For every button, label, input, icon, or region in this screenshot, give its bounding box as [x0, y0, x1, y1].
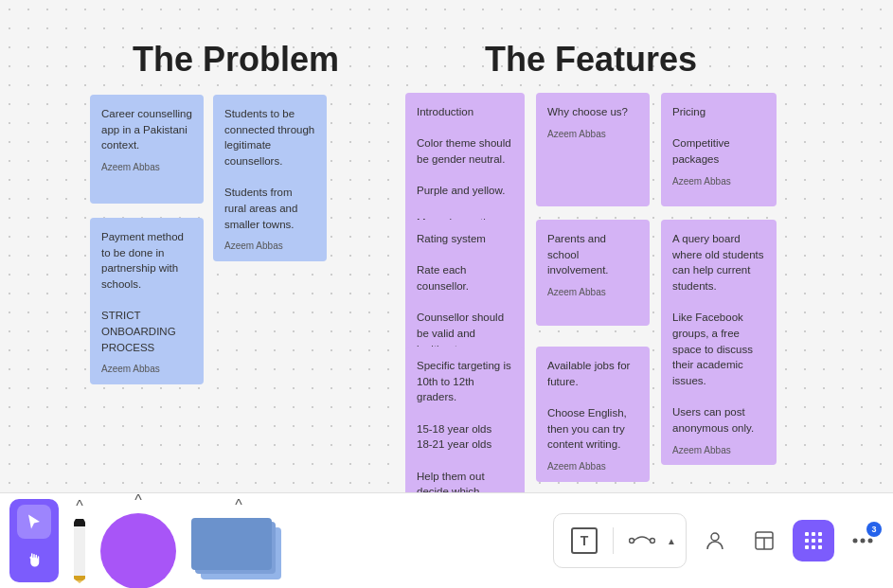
card-author: Azeem Abbas [547, 286, 638, 300]
pencil-shape [74, 519, 85, 583]
pencil-tool-group: ^ [74, 498, 85, 583]
canvas: The Problem The Features Career counsell… [0, 0, 893, 492]
svg-rect-6 [805, 532, 809, 536]
card-text: Why choose us? [547, 104, 638, 120]
separator [613, 527, 614, 554]
card-f3[interactable]: PricingCompetitive packages Azeem Abbas [661, 93, 777, 206]
card-author: Azeem Abbas [672, 444, 765, 458]
svg-rect-10 [812, 539, 815, 543]
card-author: Azeem Abbas [547, 460, 638, 474]
card-text: Available jobs for future.Choose English… [547, 358, 638, 453]
circle-chevron[interactable]: ^ [134, 492, 142, 509]
toolbar: ^ ^ ^ T ▲ [0, 492, 893, 588]
person-tool-btn[interactable] [694, 520, 736, 561]
card-text: A query board where old students can hel… [672, 231, 765, 437]
svg-rect-11 [818, 539, 822, 543]
tool-group-primary [9, 499, 59, 582]
svg-rect-13 [812, 545, 815, 549]
svg-rect-8 [818, 532, 822, 536]
connector-icon [629, 531, 655, 550]
card-author: Azeem Abbas [547, 128, 638, 142]
card-text: Career counselling app in a Pakistani co… [101, 106, 192, 153]
circle-tool-group: ^ [100, 492, 176, 588]
connector-chevron[interactable]: ▲ [667, 536, 676, 546]
section-title-features: The Features [485, 40, 697, 80]
connector-tool-btn[interactable] [621, 520, 663, 561]
more-tool-btn[interactable]: 3 [842, 520, 884, 561]
circle-shape [100, 513, 176, 588]
apps-icon [803, 530, 824, 551]
toolbar-right-group: T ▲ [553, 513, 884, 568]
text-tool-group: T ▲ [553, 513, 687, 568]
card-p1[interactable]: Career counselling app in a Pakistani co… [90, 95, 204, 204]
hand-tool[interactable] [17, 543, 51, 577]
card-f6[interactable]: A query board where old students can hel… [661, 220, 777, 465]
svg-point-17 [868, 539, 873, 543]
text-icon: T [571, 527, 598, 554]
svg-rect-7 [812, 532, 815, 536]
card-text: Payment method to be done in partnership… [101, 229, 192, 355]
arrow-tool[interactable] [17, 505, 51, 539]
layout-tool-btn[interactable] [743, 520, 785, 561]
text-tool-btn[interactable]: T [563, 520, 605, 561]
card-author: Azeem Abbas [672, 175, 765, 189]
card-text: Parents and school involvement. [547, 231, 638, 278]
rect-chevron[interactable]: ^ [235, 497, 242, 514]
section-title-problem: The Problem [133, 40, 339, 80]
card-text: PricingCompetitive packages [672, 104, 765, 168]
pencil-chevron[interactable]: ^ [76, 498, 83, 515]
rect-stack-shape [191, 518, 286, 584]
more-icon [852, 538, 873, 543]
svg-point-1 [651, 539, 655, 543]
card-f2[interactable]: Why choose us? Azeem Abbas [536, 93, 650, 206]
card-p2[interactable]: Students to be connected through legitim… [213, 95, 327, 261]
apps-tool-btn[interactable] [793, 520, 834, 561]
svg-point-2 [711, 533, 719, 541]
card-f8[interactable]: Available jobs for future.Choose English… [536, 347, 650, 482]
notification-badge: 3 [866, 522, 882, 537]
card-author: Azeem Abbas [101, 161, 192, 175]
card-author: Azeem Abbas [101, 363, 192, 377]
card-f5[interactable]: Parents and school involvement. Azeem Ab… [536, 220, 650, 326]
person-icon [705, 530, 725, 551]
svg-rect-12 [805, 545, 809, 549]
svg-point-15 [853, 539, 858, 543]
card-text: Students to be connected through legitim… [224, 106, 315, 232]
svg-point-0 [630, 539, 634, 543]
card-author: Azeem Abbas [224, 240, 315, 254]
svg-rect-14 [818, 545, 822, 549]
card-text: Rating systemRate each counsellor.Counse… [417, 231, 513, 357]
svg-rect-9 [805, 539, 809, 543]
layout-icon [754, 530, 775, 551]
svg-point-16 [861, 539, 866, 543]
rect-stack-tool-group: ^ [191, 497, 286, 584]
card-p3[interactable]: Payment method to be done in partnership… [90, 218, 204, 384]
